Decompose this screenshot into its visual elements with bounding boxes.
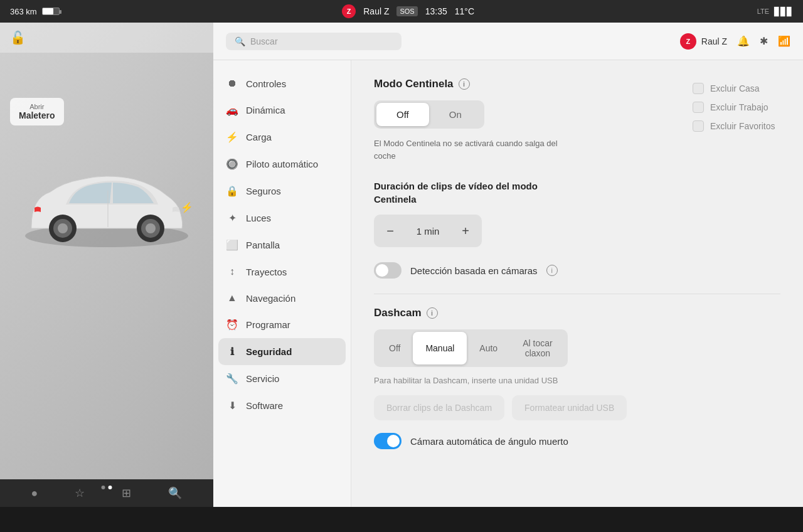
dot-1	[102, 486, 105, 489]
header: 🔍 Buscar Z Raul Z 🔔 ✱ 📶	[213, 23, 803, 60]
programar-icon: ⏰	[226, 319, 238, 331]
exclude-casa-label: Excluir Casa	[710, 83, 760, 93]
navegacion-label: Navegación	[246, 293, 295, 304]
centinela-on-button[interactable]: On	[429, 103, 482, 126]
luces-icon: ✦	[226, 212, 238, 224]
exclude-favoritos-item: Excluir Favoritos	[693, 120, 780, 132]
exclude-casa-checkbox[interactable]	[693, 83, 704, 94]
search-box[interactable]: 🔍 Buscar	[226, 33, 402, 50]
sidebar-item-software[interactable]: ⬇ Software	[213, 392, 351, 419]
temp-display: 11°C	[455, 6, 474, 16]
seguridad-icon: ℹ	[226, 346, 238, 358]
signal-icon: ▊▊▊	[774, 7, 793, 16]
car-svg: ⚡	[13, 161, 201, 261]
trayectos-label: Trayectos	[246, 267, 287, 277]
centinela-title: Modo Centinela i	[374, 78, 655, 90]
notification-icon[interactable]: 🔔	[737, 35, 750, 47]
duration-stepper: − 1 min +	[374, 215, 482, 247]
dot-2	[109, 486, 112, 489]
programar-label: Programar	[246, 319, 290, 330]
centinela-description: El Modo Centinela no se activará cuando …	[374, 137, 575, 162]
sidebar-item-programar[interactable]: ⏰ Programar	[213, 311, 351, 338]
controles-icon: ⏺	[226, 78, 238, 89]
exclude-trabajo-checkbox[interactable]	[693, 102, 704, 113]
sidebar-item-navegacion[interactable]: ▲ Navegación	[213, 285, 351, 311]
controles-label: Controles	[246, 78, 286, 89]
nav-favorite-icon[interactable]: ☆	[75, 486, 85, 500]
duration-value: 1 min	[403, 226, 453, 237]
sidebar-item-piloto[interactable]: 🔘 Piloto automático	[213, 151, 351, 178]
piloto-icon: 🔘	[226, 158, 238, 170]
decrement-button[interactable]: −	[378, 218, 403, 243]
blindspot-toggle[interactable]	[374, 433, 402, 449]
svg-point-6	[146, 223, 156, 233]
exclude-favoritos-checkbox[interactable]	[693, 120, 704, 132]
increment-button[interactable]: +	[453, 218, 478, 243]
servicio-icon: 🔧	[226, 373, 238, 385]
centinela-info-icon[interactable]: i	[459, 78, 470, 90]
sidebar-item-dinamica[interactable]: 🚗 Dinámica	[213, 97, 351, 124]
seguros-icon: 🔒	[226, 185, 238, 197]
pantalla-label: Pantalla	[246, 240, 280, 250]
carga-icon: ⚡	[226, 131, 238, 143]
dashcam-auto-button[interactable]: Auto	[467, 332, 510, 364]
format-usb-button[interactable]: Formatear unidad USB	[512, 395, 627, 420]
detection-info-icon[interactable]: i	[546, 265, 558, 276]
sidebar-item-trayectos[interactable]: ↕ Trayectos	[213, 258, 351, 285]
search-icon: 🔍	[235, 36, 245, 46]
dinamica-label: Dinámica	[246, 105, 285, 115]
exclude-trabajo-label: Excluir Trabajo	[710, 102, 768, 112]
time-display: 13:35	[425, 6, 447, 16]
sidebar-item-carga[interactable]: ⚡ Carga	[213, 124, 351, 151]
status-bar-center: Z Raul Z SOS 13:35 11°C	[342, 4, 474, 18]
usb-text: Para habilitar la Dashcam, inserte una u…	[374, 376, 780, 385]
right-panel: 🔍 Buscar Z Raul Z 🔔 ✱ 📶 ⏺ Controles	[213, 23, 803, 507]
page-dots	[102, 486, 112, 489]
dashcam-info-icon[interactable]: i	[427, 307, 438, 319]
dinamica-icon: 🚗	[226, 104, 238, 116]
centinela-off-button[interactable]: Off	[376, 103, 429, 126]
sidebar-item-seguros[interactable]: 🔒 Seguros	[213, 178, 351, 205]
status-bar: 363 km Z Raul Z SOS 13:35 11°C LTE ▊▊▊	[0, 0, 803, 23]
bluetooth-icon[interactable]: ✱	[760, 35, 768, 47]
status-profile: Raul Z	[363, 6, 389, 16]
signal-header-icon: 📶	[778, 35, 790, 47]
nav-controls-icon[interactable]: ⊞	[122, 486, 131, 500]
servicio-label: Servicio	[246, 373, 279, 384]
lock-icon: 🔓	[10, 30, 26, 45]
sidebar-item-luces[interactable]: ✦ Luces	[213, 205, 351, 231]
section-separator	[374, 294, 780, 294]
sidebar-nav: ⏺ Controles 🚗 Dinámica ⚡ Carga 🔘 Piloto …	[213, 60, 351, 507]
tesla-logo: Z	[342, 4, 356, 18]
dashcam-claxon-button[interactable]: Al tocarclaxon	[510, 332, 565, 364]
nav-search-icon[interactable]: 🔍	[168, 486, 182, 500]
exclude-casa-item: Excluir Casa	[693, 83, 780, 94]
exclude-options: Excluir Casa Excluir Trabajo Excluir Fav…	[693, 83, 780, 132]
header-right: Z Raul Z 🔔 ✱ 📶	[680, 33, 790, 50]
main-content: 🔓 Abrir Maletero	[0, 23, 803, 507]
exclude-trabajo-item: Excluir Trabajo	[693, 102, 780, 113]
software-label: Software	[246, 400, 283, 411]
sos-label: SOS	[396, 6, 417, 16]
dashcam-action-buttons: Borrar clips de la Dashcam Formatear uni…	[374, 395, 780, 420]
sidebar-item-pantalla[interactable]: ⬜ Pantalla	[213, 231, 351, 258]
sidebar-item-seguridad[interactable]: ℹ Seguridad	[218, 338, 346, 365]
delete-clips-button[interactable]: Borrar clips de la Dashcam	[374, 395, 504, 420]
search-placeholder: Buscar	[250, 36, 278, 46]
centinela-main: Modo Centinela i Off On El Modo Centinel…	[374, 78, 655, 174]
centinela-toggle-group: Off On	[374, 100, 484, 129]
piloto-label: Piloto automático	[246, 159, 318, 169]
svg-point-3	[58, 223, 68, 233]
sidebar-item-servicio[interactable]: 🔧 Servicio	[213, 365, 351, 392]
nav-home-icon[interactable]: ●	[31, 487, 38, 500]
blindspot-label: Cámara automática de ángulo muerto	[410, 436, 568, 447]
blindspot-row: Cámara automática de ángulo muerto	[374, 433, 780, 449]
car-illustration: ⚡	[0, 85, 213, 336]
dashcam-title: Dashcam i	[374, 307, 780, 319]
dashcam-off-button[interactable]: Off	[376, 332, 413, 364]
dashcam-manual-button[interactable]: Manual	[413, 332, 467, 364]
carga-label: Carga	[246, 132, 272, 142]
sidebar-item-controles[interactable]: ⏺ Controles	[213, 70, 351, 97]
detection-toggle[interactable]	[374, 262, 402, 279]
pantalla-icon: ⬜	[226, 239, 238, 251]
